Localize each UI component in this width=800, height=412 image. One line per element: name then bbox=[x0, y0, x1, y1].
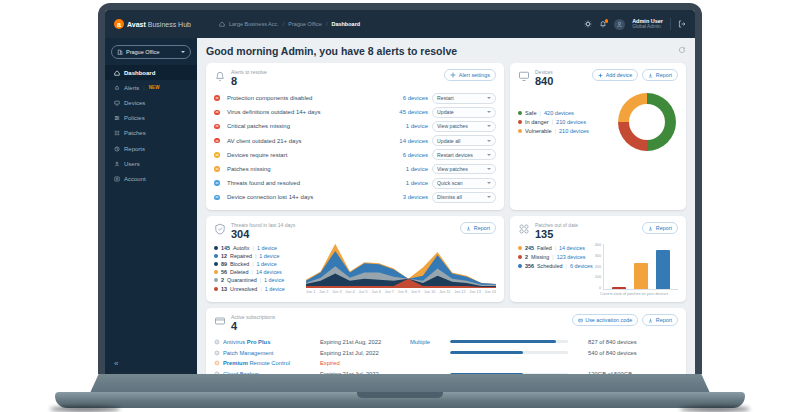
alert-action-select[interactable]: Restart bbox=[432, 93, 496, 104]
usage-progress-bar bbox=[450, 373, 568, 374]
new-badge: NEW bbox=[149, 85, 160, 90]
alert-row: Patches missing 1 device View patches bbox=[214, 162, 496, 176]
x-axis-tick: Jun 12 bbox=[454, 290, 465, 294]
alert-action-select[interactable]: Update all bbox=[432, 135, 496, 146]
alert-row: Virus definitions outdated 14+ days 45 d… bbox=[214, 105, 496, 119]
alert-settings-button[interactable]: Alert settings bbox=[444, 69, 496, 81]
sidebar-item-account[interactable]: Account bbox=[105, 171, 197, 186]
user-meta[interactable]: Admin User Global Admin bbox=[632, 18, 663, 30]
legend-dot bbox=[214, 287, 218, 291]
legend-devices-link[interactable]: 210 devices bbox=[556, 119, 586, 125]
topbar-actions: Admin User Global Admin bbox=[584, 18, 686, 30]
alert-action-select[interactable]: Quick scan bbox=[432, 178, 496, 189]
legend-count: 56 bbox=[221, 269, 227, 275]
logout-icon[interactable] bbox=[678, 20, 686, 28]
alert-action-select[interactable]: Dismiss all bbox=[432, 192, 496, 203]
laptop-screen-bezel: a Avast Business Hub Large Business Acc.… bbox=[98, 3, 702, 374]
y-axis-labels: 4003002001000 bbox=[590, 244, 601, 290]
breadcrumb-separator: / bbox=[326, 21, 328, 27]
x-axis-tick: Jun 3 bbox=[332, 290, 341, 294]
legend-label: Deleted bbox=[230, 269, 249, 275]
avast-logo[interactable]: a Avast Business Hub bbox=[114, 19, 191, 29]
x-axis-tick: Jun 6 bbox=[372, 290, 381, 294]
site-selector[interactable]: Prague Office bbox=[111, 45, 191, 59]
subscription-multiple-link[interactable]: Multiple bbox=[410, 339, 444, 345]
legend-devices-link[interactable]: 1 device bbox=[259, 253, 279, 259]
alert-action-select[interactable]: Update bbox=[432, 107, 496, 118]
patches-count: 135 bbox=[535, 228, 578, 240]
breadcrumb-item[interactable]: Large Business Acc. bbox=[229, 21, 279, 27]
legend-label: Missing bbox=[531, 254, 549, 260]
laptop-shadow bbox=[680, 406, 750, 412]
sidebar-collapse-button[interactable]: « bbox=[105, 354, 197, 374]
laptop-base-notch bbox=[357, 392, 443, 398]
alert-devices-link[interactable]: 1 device bbox=[380, 123, 428, 129]
alert-label: Critical patches missing bbox=[227, 123, 376, 129]
threats-report-button[interactable]: Report bbox=[460, 222, 496, 234]
sidebar-item-alerts[interactable]: Alerts | NEW bbox=[105, 80, 197, 95]
subscriptions-report-button[interactable]: Report bbox=[642, 314, 678, 326]
legend-dot bbox=[214, 278, 218, 282]
legend-devices-link[interactable]: 123 devices bbox=[557, 254, 586, 260]
notifications-bell-icon[interactable] bbox=[599, 20, 607, 28]
legend-count: 2 bbox=[525, 254, 528, 260]
alert-devices-link[interactable]: 1 device bbox=[380, 180, 428, 186]
alert-devices-link[interactable]: 6 devices bbox=[380, 95, 428, 101]
legend-devices-link[interactable]: 1 device bbox=[265, 286, 285, 292]
breadcrumb-item[interactable]: Prague Office bbox=[288, 21, 322, 27]
legend-dot bbox=[518, 120, 522, 124]
subscription-name-link[interactable]: Patch Management bbox=[214, 350, 314, 356]
legend-devices-link[interactable]: 1 device bbox=[264, 277, 284, 283]
sidebar-item-policies[interactable]: Policies bbox=[105, 111, 197, 126]
legend-devices-link[interactable]: 420 devices bbox=[544, 110, 574, 116]
subscription-usage-value: 827 of 840 devices bbox=[574, 339, 678, 345]
alert-devices-link[interactable]: 14 devices bbox=[380, 138, 428, 144]
legend-item: 356 Scheduled | 6 devices bbox=[518, 263, 586, 269]
add-device-button[interactable]: Add device bbox=[592, 69, 638, 81]
legend-dot bbox=[214, 246, 218, 250]
legend-devices-link[interactable]: 210 devices bbox=[559, 128, 589, 134]
sidebar-item-patches[interactable]: Patches bbox=[105, 126, 197, 141]
refresh-icon[interactable] bbox=[678, 46, 686, 54]
plus-icon bbox=[598, 73, 603, 78]
alert-action-select[interactable]: View patches bbox=[432, 164, 496, 175]
alert-devices-link[interactable]: 45 devices bbox=[380, 109, 428, 115]
sidebar-item-users[interactable]: Users bbox=[105, 156, 197, 171]
legend-item: 56 Deleted | 14 devices bbox=[214, 269, 300, 275]
subscription-name-link[interactable]: Premium Remote Control bbox=[214, 360, 314, 366]
alert-devices-link[interactable]: 1 device bbox=[380, 166, 428, 172]
x-axis-tick: Jun 11 bbox=[439, 290, 450, 294]
legend-devices-link[interactable]: 14 devices bbox=[256, 269, 282, 275]
legend-label: Safe bbox=[525, 110, 537, 116]
sidebar-item-dashboard[interactable]: Dashboard bbox=[105, 65, 197, 80]
legend-label: Repaired bbox=[230, 253, 252, 259]
patches-report-button[interactable]: Report bbox=[642, 222, 678, 234]
alert-devices-link[interactable]: 6 devices bbox=[380, 152, 428, 158]
subscription-icon bbox=[214, 371, 220, 374]
devices-report-button[interactable]: Report bbox=[642, 69, 678, 81]
x-axis-tick: Jun 10 bbox=[424, 290, 435, 294]
alert-action-select[interactable]: Restart devices bbox=[432, 149, 496, 160]
alert-action-select[interactable]: View patches bbox=[432, 121, 496, 132]
use-activation-code-button[interactable]: Use activation code bbox=[572, 314, 639, 326]
subscription-name-link[interactable]: Antivirus Pro Plus bbox=[214, 339, 314, 345]
alert-label: Device connection lost 14+ days bbox=[227, 194, 376, 200]
legend-devices-link[interactable]: 14 devices bbox=[559, 245, 585, 251]
subscription-name-link[interactable]: Cloud Backup bbox=[214, 371, 314, 374]
alert-label: Protection components disabled bbox=[227, 95, 376, 101]
sidebar-item-label: Devices bbox=[124, 100, 145, 106]
home-icon bbox=[219, 21, 225, 27]
y-axis-tick: 100 bbox=[590, 276, 601, 280]
settings-gear-icon[interactable] bbox=[584, 20, 592, 28]
breadcrumb-separator: / bbox=[283, 21, 285, 27]
subscription-usage-value: 120GB of 500GB bbox=[574, 371, 678, 374]
threats-card: Threats found in last 14 days 304 Report bbox=[206, 216, 504, 302]
sidebar-item-devices[interactable]: Devices bbox=[105, 95, 197, 110]
user-avatar[interactable] bbox=[614, 19, 625, 30]
legend-devices-link[interactable]: 1 device bbox=[257, 261, 277, 267]
sidebar-item-reports[interactable]: Reports bbox=[105, 141, 197, 156]
legend-devices-link[interactable]: 1 device bbox=[257, 245, 277, 251]
devices-count: 840 bbox=[535, 75, 553, 87]
alert-devices-link[interactable]: 3 devices bbox=[380, 194, 428, 200]
devices-card: Devices 840 Add device bbox=[510, 63, 686, 210]
